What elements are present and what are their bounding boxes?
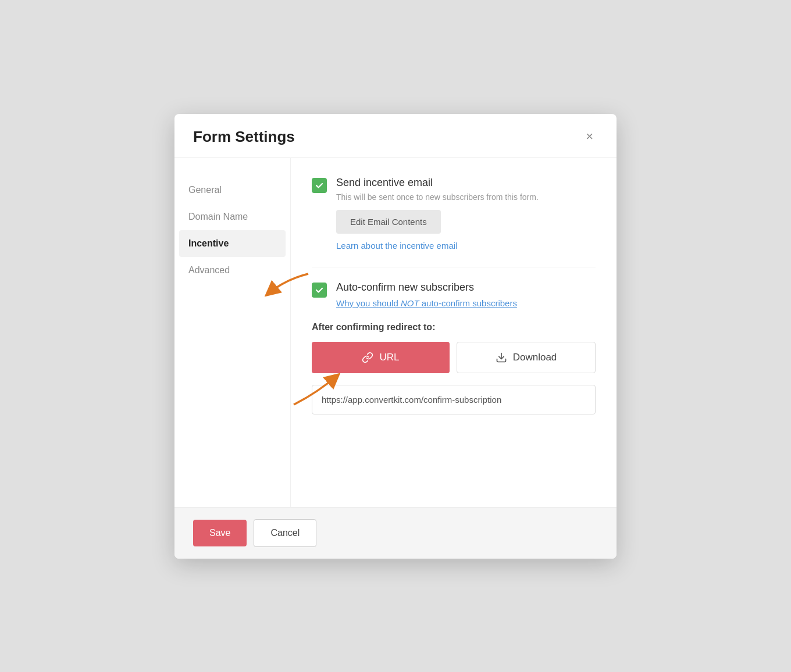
send-incentive-label: Send incentive email [336, 177, 596, 189]
auto-confirm-learn-link[interactable]: Why you should NOT auto-confirm subscrib… [336, 298, 596, 308]
download-icon [496, 352, 507, 363]
modal-body: General Domain Name Incentive Advanced [174, 158, 617, 507]
auto-confirm-label: Auto-confirm new subscribers [336, 281, 596, 294]
sidebar-item-domain-name[interactable]: Domain Name [174, 203, 290, 230]
edit-email-button[interactable]: Edit Email Contents [336, 210, 441, 234]
url-input[interactable] [312, 385, 596, 414]
modal-overlay: Form Settings × General Domain Name Ince… [0, 0, 791, 672]
modal-footer: Save Cancel [174, 507, 617, 559]
sidebar-item-general[interactable]: General [174, 177, 290, 203]
download-button[interactable]: Download [457, 342, 596, 373]
link-icon [362, 352, 373, 363]
save-button[interactable]: Save [193, 520, 247, 546]
download-button-label: Download [513, 352, 557, 363]
redirect-section-label: After confirming redirect to: [312, 322, 596, 333]
auto-confirm-link-suffix: auto-confirm subscribers [419, 298, 517, 308]
send-incentive-row: Send incentive email This will be sent o… [312, 177, 596, 253]
sidebar-item-incentive[interactable]: Incentive [179, 230, 286, 257]
auto-confirm-row: Auto-confirm new subscribers Why you sho… [312, 281, 596, 308]
cancel-button[interactable]: Cancel [254, 519, 316, 547]
form-settings-modal: Form Settings × General Domain Name Ince… [174, 114, 617, 559]
sidebar: General Domain Name Incentive Advanced [174, 158, 291, 507]
auto-confirm-checkbox[interactable] [312, 283, 327, 298]
url-button-label: URL [379, 352, 399, 363]
send-incentive-checkbox[interactable] [312, 178, 327, 193]
redirect-buttons-container: URL Download [312, 342, 596, 373]
send-incentive-desc: This will be sent once to new subscriber… [336, 192, 596, 202]
auto-confirm-checkbox-container[interactable] [312, 283, 327, 298]
url-button[interactable]: URL [312, 342, 450, 373]
divider-1 [312, 267, 596, 267]
send-incentive-content: Send incentive email This will be sent o… [336, 177, 596, 253]
modal-header: Form Settings × [174, 114, 617, 158]
send-incentive-checkbox-container[interactable] [312, 178, 327, 193]
auto-confirm-content: Auto-confirm new subscribers Why you sho… [336, 281, 596, 308]
content-area: Send incentive email This will be sent o… [291, 158, 617, 507]
learn-incentive-link[interactable]: Learn about the incentive email [336, 241, 596, 251]
sidebar-item-advanced[interactable]: Advanced [174, 257, 290, 284]
auto-confirm-link-prefix: Why you should [336, 298, 401, 308]
auto-confirm-link-not: NOT [401, 298, 419, 308]
modal-title: Form Settings [193, 128, 295, 146]
close-button[interactable]: × [581, 128, 598, 145]
